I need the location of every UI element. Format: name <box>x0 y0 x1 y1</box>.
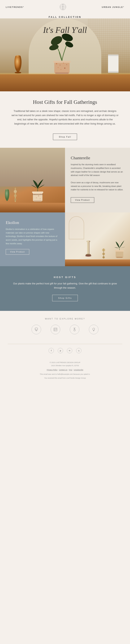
svg-rect-44 <box>116 257 123 258</box>
header-emblem <box>60 4 66 10</box>
hero-title: It's Fall Y'all <box>43 25 87 35</box>
host-gifts-heading: HOST GIFTS <box>11 276 119 279</box>
svg-point-24 <box>14 190 17 193</box>
svg-point-16 <box>61 69 61 70</box>
main-plant <box>47 32 77 75</box>
ekollon-figurine-icon <box>84 240 92 259</box>
svg-rect-21 <box>108 71 119 73</box>
ekollon-plant-pot-icon <box>113 238 127 259</box>
collection-label-text: FALL COLLECTION <box>49 16 81 18</box>
footer-copyright: © 2023 LIVETRENDS DESIGN GROUP <box>8 361 122 364</box>
explore-icon-plant-pot[interactable] <box>70 325 79 334</box>
catalog-icon <box>51 325 60 334</box>
linkedin-icon: in <box>69 350 70 352</box>
hosting-body: Traditional fall takes on a sleek new sh… <box>11 109 119 126</box>
explore-label: WANT TO EXPLORE MORE? <box>8 318 122 320</box>
plant-with-pot-icon <box>47 32 77 74</box>
social-icons: f p in ig <box>8 348 122 353</box>
vase-decoration <box>12 54 23 74</box>
faq-link[interactable]: FAQ <box>69 369 72 371</box>
leaf-icon <box>32 325 41 334</box>
svg-point-32 <box>36 198 37 198</box>
ekollon-name: Ekollon <box>6 220 59 225</box>
privacy-link[interactable]: Privacy Policy <box>47 369 57 371</box>
logo-right[interactable]: URBAN JUNGLE° <box>102 5 124 9</box>
header: LIVETRENDS° URBAN JUNGLE° <box>0 0 130 14</box>
chanterelle-name: Chanterelle <box>71 156 124 160</box>
unsubscribe-link[interactable]: Unsubscribe <box>74 369 83 371</box>
linkedin-button[interactable]: in <box>67 348 72 353</box>
shop-gifts-button[interactable]: Shop Gifts <box>52 295 78 301</box>
svg-point-26 <box>14 198 16 201</box>
svg-rect-17 <box>53 61 70 63</box>
collection-label: FALL COLLECTION <box>0 14 130 18</box>
svg-point-15 <box>64 68 65 69</box>
towel-icon <box>107 54 120 74</box>
svg-point-30 <box>38 196 39 196</box>
chanterelle-description: Inspired by the stunning rivets seen in … <box>71 163 124 192</box>
footer-address: 1915 Shinden Ave Apopka FL 32703 <box>8 364 122 367</box>
social-section: f p in ig <box>0 344 130 360</box>
footer-links: Privacy Policy · Contact Us · FAQ · Unsu… <box>8 368 122 371</box>
footer-disclaimer: This email was sent to hello@example.com… <box>8 373 122 376</box>
ekollon-section: Ekollon Ekollon's minimalism is a celebr… <box>0 212 130 266</box>
instagram-icon: ig <box>78 350 79 352</box>
facebook-icon: f <box>51 350 52 352</box>
ekollon-info: Ekollon Ekollon's minimalism is a celebr… <box>0 212 65 266</box>
amber-vase-icon <box>12 54 23 74</box>
svg-rect-19 <box>108 54 119 73</box>
chanterelle-section: Chanterelle Inspired by the stunning riv… <box>0 148 130 212</box>
hero-title-container: It's Fall Y'all <box>0 25 130 35</box>
host-gifts-section: HOST GIFTS Our plants make the perfect h… <box>0 266 130 311</box>
copyright-text: © 2023 LIVETRENDS DESIGN GROUP <box>50 362 80 364</box>
hosting-section: Host Gifts for Fall Gatherings Tradition… <box>0 91 130 148</box>
host-gifts-body: Our plants make the perfect host gift fo… <box>11 282 119 290</box>
logo-left[interactable]: LIVETRENDS° <box>6 5 24 9</box>
contact-link[interactable]: Contact Us <box>59 369 67 371</box>
ekollon-description: Ekollon's minimalism is a celebration of… <box>6 228 59 245</box>
lightbulb-icon <box>89 325 98 334</box>
pinterest-button[interactable]: p <box>58 348 63 353</box>
pinterest-icon: p <box>60 350 61 352</box>
svg-point-40 <box>85 255 91 256</box>
logo-right-text: URBAN JUNGLE° <box>102 6 124 8</box>
towel-decoration <box>107 54 120 74</box>
svg-rect-20 <box>108 54 119 56</box>
instagram-button[interactable]: ig <box>76 348 81 353</box>
svg-rect-38 <box>87 242 89 255</box>
chanterelle-info: Chanterelle Inspired by the stunning riv… <box>65 148 130 212</box>
emblem-icon <box>60 4 66 10</box>
plant-pot-icon <box>70 325 79 334</box>
shelf <box>0 74 130 91</box>
svg-rect-35 <box>32 194 43 195</box>
svg-point-2 <box>62 6 64 8</box>
beaded-object-icon <box>12 188 18 202</box>
logo-left-text: LIVETRENDS° <box>6 6 24 8</box>
chanterelle-view-product-button[interactable]: View Product <box>71 197 94 203</box>
small-vase-icon <box>4 189 10 202</box>
explore-icon-lightbulb[interactable] <box>89 325 98 334</box>
explore-section: WANT TO EXPLORE MORE? <box>0 311 130 344</box>
svg-point-13 <box>66 64 67 65</box>
svg-point-7 <box>49 44 59 51</box>
facebook-button[interactable]: f <box>49 348 54 353</box>
wooden-beads-icon <box>101 248 107 259</box>
footer-powered-by: You received this email from LiveTrends … <box>8 376 122 380</box>
ekollon-view-product-button[interactable]: View Product <box>6 249 29 255</box>
chanterelle-plant-icon <box>29 173 46 202</box>
svg-point-33 <box>40 198 41 199</box>
hosting-heading: Host Gifts for Fall Gatherings <box>11 99 119 105</box>
ekollon-image <box>65 212 130 266</box>
svg-rect-42 <box>116 251 123 258</box>
footer: © 2023 LIVETRENDS DESIGN GROUP 1915 Shin… <box>0 360 130 382</box>
svg-point-25 <box>14 194 17 197</box>
svg-rect-36 <box>34 200 42 202</box>
shop-fall-button[interactable]: Shop Fall <box>53 134 77 140</box>
svg-point-14 <box>58 67 59 68</box>
svg-rect-53 <box>74 330 75 331</box>
explore-icon-catalog[interactable] <box>51 325 60 334</box>
hero-section: It's Fall Y'all <box>0 18 130 91</box>
svg-rect-18 <box>55 72 69 74</box>
explore-icon-leaf[interactable] <box>32 325 41 334</box>
svg-rect-43 <box>115 250 124 252</box>
